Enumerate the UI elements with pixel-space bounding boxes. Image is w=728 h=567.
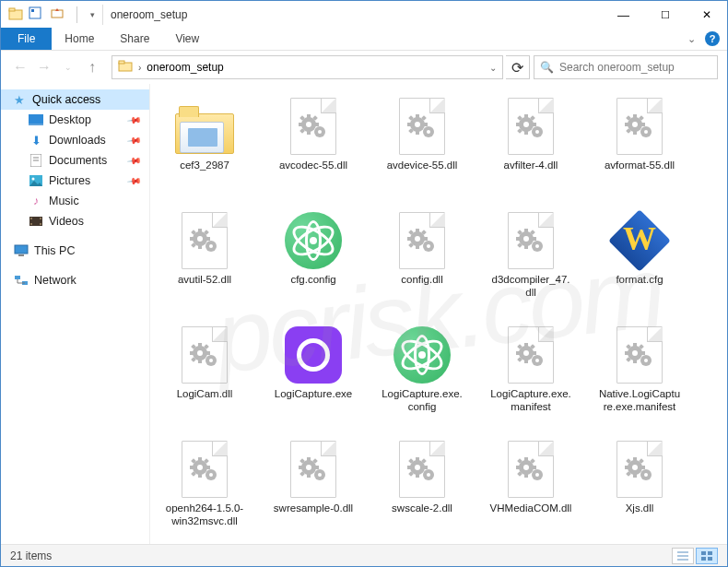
back-button[interactable]: ←	[10, 57, 30, 77]
forward-button[interactable]: →	[34, 57, 54, 77]
svg-point-37	[415, 122, 420, 127]
svg-rect-185	[625, 466, 628, 469]
file-icon	[175, 97, 234, 156]
close-button[interactable]: ✕	[686, 1, 727, 29]
file-item[interactable]: LogiCapture.exe.config	[381, 322, 464, 436]
tab-file[interactable]: File	[1, 28, 52, 50]
search-placeholder: Search oneroom_setup	[559, 61, 675, 74]
qat-properties-icon[interactable]	[29, 6, 41, 23]
file-item[interactable]: avfilter-4.dll	[489, 93, 572, 207]
file-item[interactable]: LogiCam.dll	[163, 322, 246, 436]
svg-rect-142	[206, 466, 210, 469]
sidebar-item-videos[interactable]: Videos	[1, 211, 149, 231]
svg-rect-119	[516, 351, 520, 355]
window-controls: — ☐ ✕	[603, 1, 727, 29]
file-icon	[501, 211, 560, 270]
file-label: avdevice-55.dll	[387, 159, 458, 172]
file-item[interactable]: avcodec-55.dll	[272, 93, 355, 207]
qat-dropdown-icon[interactable]: ▾	[90, 10, 95, 19]
svg-rect-183	[633, 457, 637, 461]
videos-icon	[29, 214, 43, 229]
help-icon[interactable]: ?	[705, 31, 720, 46]
svg-point-39	[427, 130, 430, 134]
qat-new-folder-icon[interactable]	[51, 6, 64, 23]
file-item[interactable]: config.dll	[381, 207, 464, 322]
file-item[interactable]: Xjs.dll	[598, 436, 681, 544]
file-item[interactable]: avformat-55.dll	[598, 93, 681, 207]
navigation-pane: ★ Quick access Desktop 📌 ⬇ Downloads 📌 D…	[1, 84, 150, 544]
file-icon	[501, 97, 560, 156]
sidebar-item-downloads[interactable]: ⬇ Downloads 📌	[1, 130, 149, 150]
tab-home[interactable]: Home	[52, 28, 107, 50]
file-icon	[284, 211, 343, 270]
svg-rect-76	[206, 237, 210, 241]
svg-rect-84	[416, 229, 419, 232]
file-item[interactable]: LogiCapture.exe.manifest	[489, 322, 572, 436]
breadcrumb-folder[interactable]: oneroom_setup	[147, 61, 223, 74]
svg-point-180	[632, 465, 638, 470]
sidebar-network[interactable]: Network	[1, 270, 149, 290]
icons-view-button[interactable]	[696, 548, 718, 564]
file-item[interactable]: Wformat.cfg	[598, 207, 681, 322]
chevron-right-icon[interactable]: ›	[138, 63, 141, 73]
music-icon: ♪	[29, 194, 43, 208]
svg-rect-6	[119, 61, 124, 64]
pin-icon: 📌	[127, 112, 142, 127]
ribbon-expand-icon[interactable]: ⌄	[687, 33, 696, 45]
file-item[interactable]: d3dcompiler_47.dll	[489, 207, 572, 322]
file-icon	[393, 211, 452, 270]
file-label: swresample-0.dll	[274, 502, 353, 515]
svg-point-114	[523, 350, 529, 356]
sidebar-item-desktop[interactable]: Desktop 📌	[1, 110, 149, 130]
file-item[interactable]: cef3_2987	[163, 93, 246, 207]
sidebar-this-pc[interactable]: This PC	[1, 241, 149, 261]
svg-rect-106	[198, 343, 202, 347]
svg-point-13	[32, 178, 35, 181]
tab-share[interactable]: Share	[107, 28, 162, 50]
file-item[interactable]: avdevice-55.dll	[381, 93, 464, 207]
svg-rect-207	[708, 557, 712, 561]
file-item[interactable]: openh264-1.5.0-win32msvc.dll	[163, 436, 246, 544]
svg-point-92	[523, 236, 529, 242]
up-button[interactable]: ↑	[82, 57, 102, 77]
file-list[interactable]: cef3_2987avcodec-55.dllavdevice-55.dllav…	[150, 84, 727, 544]
file-label: avutil-52.dll	[178, 274, 231, 287]
sidebar-item-label: Downloads	[49, 134, 106, 147]
svg-rect-96	[524, 245, 528, 249]
svg-rect-4	[52, 10, 63, 18]
sidebar-quick-access[interactable]: ★ Quick access	[1, 89, 149, 110]
file-icon	[501, 440, 560, 499]
svg-rect-30	[307, 131, 311, 135]
details-view-button[interactable]	[672, 548, 694, 564]
recent-dropdown[interactable]: ⌄	[58, 57, 78, 77]
file-label: avcodec-55.dll	[279, 159, 347, 172]
file-item[interactable]: cfg.config	[272, 207, 355, 322]
search-input[interactable]: 🔍 Search oneroom_setup	[534, 55, 718, 79]
file-label: Native.LogiCapture.exe.manifest	[598, 388, 681, 414]
file-icon	[175, 440, 234, 499]
file-item[interactable]: swresample-0.dll	[272, 436, 355, 544]
svg-rect-206	[701, 557, 706, 561]
file-item[interactable]: avutil-52.dll	[163, 207, 246, 322]
minimize-button[interactable]: —	[603, 1, 644, 29]
svg-rect-186	[641, 466, 645, 469]
svg-rect-95	[524, 229, 528, 232]
sidebar-item-pictures[interactable]: Pictures 📌	[1, 171, 149, 191]
file-item[interactable]: LogiCapture.exe	[272, 322, 355, 436]
sidebar-item-music[interactable]: ♪ Music	[1, 191, 149, 211]
address-dropdown-icon[interactable]: ⌄	[489, 63, 497, 73]
address-bar[interactable]: › oneroom_setup ⌄	[112, 55, 503, 79]
svg-rect-174	[516, 466, 520, 469]
sidebar-item-documents[interactable]: Documents 📌	[1, 150, 149, 171]
svg-rect-31	[299, 123, 302, 126]
svg-rect-63	[633, 131, 637, 135]
svg-rect-8	[29, 124, 43, 125]
file-item[interactable]: Native.LogiCapture.exe.manifest	[598, 322, 681, 436]
file-label: cfg.config	[290, 274, 335, 287]
file-item[interactable]: swscale-2.dll	[381, 436, 464, 544]
file-item[interactable]: VHMediaCOM.dll	[489, 436, 572, 544]
maximize-button[interactable]: ☐	[644, 1, 686, 29]
tab-view[interactable]: View	[162, 28, 212, 50]
refresh-button[interactable]: ⟳	[506, 55, 530, 79]
svg-point-72	[209, 244, 213, 248]
